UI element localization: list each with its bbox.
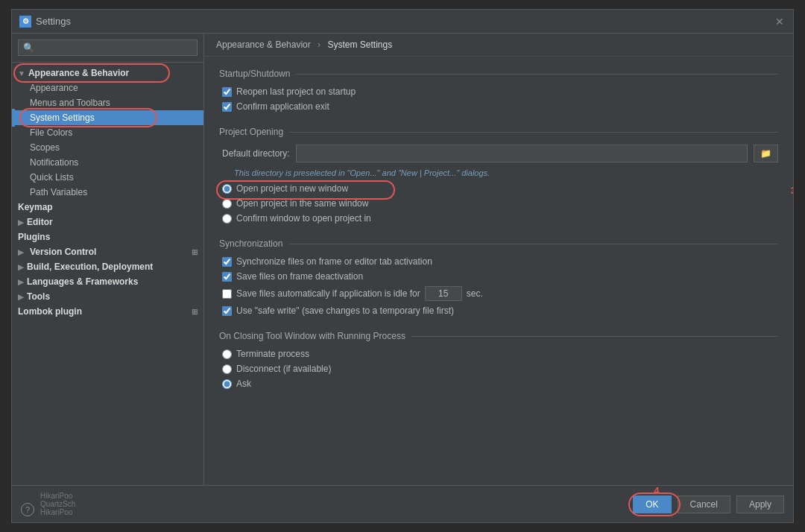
open-new-window-radio[interactable] <box>222 184 232 194</box>
sidebar-item-label: Appearance <box>30 83 78 93</box>
directory-hint: This directory is preselected in "Open..… <box>219 168 778 177</box>
breadcrumb-separator: › <box>318 39 321 50</box>
sidebar-item-tools[interactable]: ▶ Tools <box>12 289 203 304</box>
sidebar-item-notifications[interactable]: Notifications <box>12 155 203 170</box>
ask-row: Ask <box>219 379 778 389</box>
help-button[interactable]: ? <box>21 503 34 516</box>
reopen-last-project-label: Reopen last project on startup <box>236 86 356 97</box>
sidebar-tree: ▼ Appearance & Behavior 1 Appearance Men… <box>12 63 203 485</box>
synchronization-title: Synchronization <box>219 238 778 249</box>
sidebar-item-version-control[interactable]: ▶ Version Control ⊞ <box>12 244 203 259</box>
idle-timeout-input[interactable] <box>425 286 462 301</box>
title-bar-left: ⚙ Settings <box>19 16 71 28</box>
sidebar-item-label: Quick Lists <box>30 172 74 183</box>
vcs-icon: ⊞ <box>192 248 198 256</box>
terminate-process-row: Terminate process <box>219 349 778 359</box>
dialog-body: ▼ Appearance & Behavior 1 Appearance Men… <box>12 34 793 485</box>
main-content: Appearance & Behavior › System Settings … <box>204 34 793 485</box>
sidebar-item-label: Lombok plugin <box>18 306 82 317</box>
default-directory-label: Default directory: <box>222 148 290 159</box>
arrow-icon: ▶ <box>18 218 24 227</box>
sidebar-item-menus-toolbars[interactable]: Menus and Toolbars <box>12 95 203 110</box>
sidebar-item-plugins[interactable]: Plugins <box>12 229 203 244</box>
arrow-icon: ▶ <box>18 248 24 256</box>
apply-button[interactable]: Apply <box>736 495 784 513</box>
safe-write-checkbox[interactable] <box>222 306 232 316</box>
disconnect-row: Disconnect (if available) <box>219 364 778 374</box>
default-directory-row: Default directory: 📁 <box>219 145 778 162</box>
sidebar-item-build-execution[interactable]: ▶ Build, Execution, Deployment <box>12 259 203 274</box>
arrow-icon: ▶ <box>18 278 24 286</box>
closing-tool-title: On Closing Tool Window with Running Proc… <box>219 331 778 341</box>
safe-write-row: Use "safe write" (save changes to a temp… <box>219 305 778 316</box>
open-same-window-radio[interactable] <box>222 199 232 209</box>
terminate-label: Terminate process <box>236 349 309 359</box>
safe-write-label: Use "safe write" (save changes to a temp… <box>236 305 454 316</box>
dialog-title: Settings <box>36 16 71 27</box>
sidebar-item-lombok[interactable]: Lombok plugin ⊞ <box>12 304 203 319</box>
sidebar-item-scopes[interactable]: Scopes <box>12 140 203 155</box>
open-same-window-row: Open project in the same window <box>219 198 778 209</box>
sidebar-item-label: Menus and Toolbars <box>30 98 110 108</box>
sidebar-item-label: Version Control <box>30 247 96 257</box>
cancel-button[interactable]: Cancel <box>678 495 730 513</box>
sidebar-item-appearance-behavior[interactable]: ▼ Appearance & Behavior 1 <box>12 66 203 80</box>
save-deactivation-label: Save files on frame deactivation <box>236 271 363 282</box>
sidebar-item-file-colors[interactable]: File Colors <box>12 125 203 140</box>
sidebar-item-system-settings[interactable]: System Settings 2 <box>12 110 203 125</box>
browse-directory-button[interactable]: 📁 <box>754 145 778 162</box>
disconnect-radio[interactable] <box>222 364 232 374</box>
sidebar-item-label: Notifications <box>30 157 78 168</box>
sidebar: ▼ Appearance & Behavior 1 Appearance Men… <box>12 34 204 485</box>
sidebar-item-label: Plugins <box>18 232 50 242</box>
sidebar-item-editor[interactable]: ▶ Editor <box>12 215 203 229</box>
default-directory-input[interactable] <box>296 145 748 162</box>
disconnect-label: Disconnect (if available) <box>236 364 331 374</box>
bottom-left-texts: HikariPoo QuartzSch HikariPoo <box>40 492 75 516</box>
arrow-icon: ▼ <box>18 69 25 77</box>
confirm-window-label: Confirm window to open project in <box>236 213 371 224</box>
search-input[interactable] <box>18 39 198 56</box>
breadcrumb-current: System Settings <box>327 39 392 50</box>
save-idle-checkbox[interactable] <box>222 289 232 299</box>
bottom-text-1: HikariPoo <box>40 492 75 500</box>
save-idle-row: Save files automatically if application … <box>219 286 778 301</box>
open-new-window-label: Open project in new window <box>236 183 348 194</box>
arrow-icon: ▶ <box>18 263 24 271</box>
ok-button[interactable]: OK <box>633 495 671 513</box>
search-box <box>12 34 203 63</box>
sidebar-item-keymap[interactable]: Keymap <box>12 200 203 215</box>
closing-tool-section: On Closing Tool Window with Running Proc… <box>219 331 778 389</box>
title-bar: ⚙ Settings ✕ <box>12 10 793 34</box>
ask-label: Ask <box>236 379 251 389</box>
terminate-radio[interactable] <box>222 349 232 359</box>
reopen-last-project-checkbox[interactable] <box>222 87 232 97</box>
sidebar-item-label: Scopes <box>30 142 60 153</box>
sync-files-checkbox[interactable] <box>222 257 232 267</box>
reopen-last-project-row: Reopen last project on startup <box>219 86 778 97</box>
settings-content: Startup/Shutdown Reopen last project on … <box>204 57 793 485</box>
ok-wrapper: OK 4 <box>633 495 671 513</box>
confirm-window-row: Confirm window to open project in <box>219 213 778 224</box>
startup-section: Startup/Shutdown Reopen last project on … <box>219 69 778 112</box>
sidebar-item-label: Keymap <box>18 202 53 212</box>
sidebar-item-path-variables[interactable]: Path Variables <box>12 185 203 200</box>
button-group: OK 4 Cancel Apply <box>633 495 784 513</box>
confirm-exit-checkbox[interactable] <box>222 102 232 112</box>
ask-radio[interactable] <box>222 379 232 389</box>
sidebar-item-appearance[interactable]: Appearance <box>12 80 203 95</box>
idle-suffix-label: sec. <box>467 288 483 299</box>
startup-section-title: Startup/Shutdown <box>219 69 778 79</box>
save-deactivation-checkbox[interactable] <box>222 272 232 282</box>
sidebar-item-quick-lists[interactable]: Quick Lists <box>12 170 203 185</box>
save-deactivation-row: Save files on frame deactivation <box>219 271 778 282</box>
close-button[interactable]: ✕ <box>774 16 786 28</box>
confirm-window-radio[interactable] <box>222 214 232 224</box>
sidebar-item-label: Build, Execution, Deployment <box>27 262 153 272</box>
sidebar-item-label: System Settings <box>30 113 95 123</box>
confirm-exit-row: Confirm application exit <box>219 101 778 112</box>
sidebar-item-label: Editor <box>27 217 53 227</box>
sidebar-item-label: Appearance & Behavior <box>28 68 129 78</box>
settings-dialog: ⚙ Settings ✕ ▼ Appearance & Behavior 1 <box>11 9 794 523</box>
sidebar-item-languages-frameworks[interactable]: ▶ Languages & Frameworks <box>12 274 203 289</box>
